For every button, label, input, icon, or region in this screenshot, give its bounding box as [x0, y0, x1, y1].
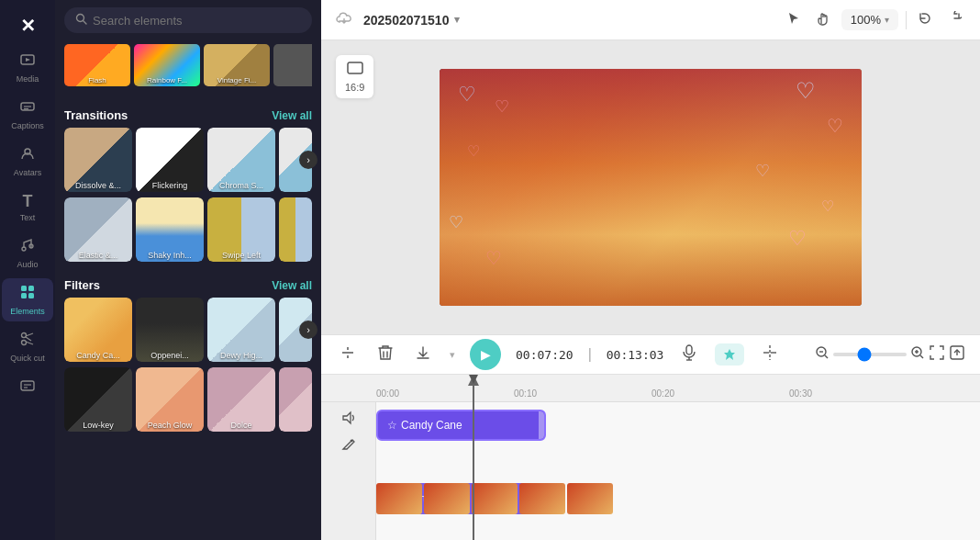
sidebar-item-text[interactable]: T Text [2, 186, 53, 228]
list-item[interactable]: Chroma S... [207, 128, 275, 192]
aspect-ratio-selector[interactable]: 16:9 [336, 55, 373, 98]
list-item[interactable]: Rainbow F... [134, 44, 200, 86]
search-wrap[interactable] [64, 7, 312, 33]
list-item[interactable] [273, 44, 312, 86]
clip-resize-handle[interactable] [539, 411, 544, 439]
undo-button[interactable] [914, 7, 936, 33]
filters-row2: Low-key Peach Glow Dolce [64, 367, 312, 432]
zoom-chevron-icon: ▾ [885, 15, 889, 25]
ruler-mark: 00:00 [376, 388, 399, 399]
media-icon [19, 51, 36, 73]
sidebar-logo[interactable]: ✕ [2, 9, 53, 42]
list-item[interactable]: Dolce [207, 367, 275, 432]
play-button[interactable]: ▶ [470, 339, 501, 370]
redo-button[interactable] [943, 7, 965, 33]
sidebar: ✕ Media Captions Avatars T Text Audio El… [0, 0, 55, 540]
zoom-out-button[interactable] [815, 345, 830, 364]
filters-view-all[interactable]: View all [272, 279, 312, 292]
ruler-mark: 00:30 [789, 388, 812, 399]
save-to-cloud-icon[interactable] [336, 10, 352, 30]
transitions-next-button[interactable]: › [299, 151, 317, 169]
svg-marker-1 [26, 58, 30, 62]
search-bar [55, 0, 321, 40]
list-item[interactable] [279, 367, 312, 432]
zoom-control[interactable]: 100% ▾ [841, 9, 898, 30]
sidebar-item-avatars[interactable]: Avatars [2, 140, 53, 183]
download-button[interactable] [411, 341, 435, 368]
svg-rect-23 [348, 62, 362, 73]
list-item[interactable]: Oppenei... [136, 298, 204, 362]
ai-enhance-button[interactable] [715, 343, 744, 366]
video-thumb [424, 483, 470, 514]
total-time: 00:13:03 [607, 348, 664, 362]
hand-tool-button[interactable] [812, 7, 834, 33]
audio-icon [19, 237, 36, 258]
svg-line-16 [26, 337, 31, 341]
main-area: 202502071510 ▾ 100% ▾ [321, 0, 980, 540]
sidebar-item-elements-label: Elements [10, 307, 45, 316]
list-item[interactable]: Low-key [64, 367, 132, 432]
current-time: 00:07:20 [516, 348, 574, 362]
svg-rect-10 [21, 293, 27, 298]
sidebar-item-subtitles[interactable] [2, 372, 53, 404]
search-input[interactable] [93, 14, 301, 28]
sidebar-item-media[interactable]: Media [2, 46, 53, 89]
scroll-area: Flash Rainbow F... Vintage Fi... Transit… [55, 40, 321, 540]
timeline-ruler: 00:00 00:10 00:20 00:30 [321, 375, 980, 402]
list-item[interactable]: Vintage Fi... [204, 44, 270, 86]
cursor-tool-button[interactable] [783, 7, 805, 33]
transitions-row2: Elastic &... Shaky Inh... Swipe Left [64, 197, 312, 262]
list-item[interactable]: Swipe Left [207, 197, 275, 262]
trim-button[interactable] [336, 341, 360, 368]
sidebar-item-quickcut[interactable]: Quick cut [2, 325, 53, 368]
list-item[interactable]: Flash [64, 44, 130, 86]
quickcut-icon [19, 331, 36, 352]
svg-rect-9 [28, 286, 34, 291]
time-separator: | [588, 346, 592, 363]
ruler-mark: 00:10 [514, 388, 537, 399]
split-button[interactable] [759, 341, 781, 368]
logo-icon: ✕ [20, 15, 36, 37]
filters-section: Filters View all Candy Ca... Oppenei... … [55, 269, 321, 439]
list-item[interactable]: Flickering [136, 128, 204, 192]
list-item[interactable]: Dissolve &... [64, 128, 132, 192]
transitions-title: Transitions [64, 108, 128, 122]
sidebar-item-audio[interactable]: Audio [2, 231, 53, 275]
project-chevron-icon: ▾ [454, 14, 460, 26]
project-name[interactable]: 202502071510 ▾ [363, 13, 460, 28]
aspect-icon [346, 61, 364, 80]
video-preview: ♡ ♡ ♡ ♡ ♡ ♡ ♡ ♡ ♡ ♡ [440, 69, 862, 306]
fit-to-screen-button[interactable] [929, 344, 945, 366]
list-item[interactable] [279, 197, 312, 262]
sidebar-item-captions[interactable]: Captions [2, 93, 53, 136]
filters-next-button[interactable]: › [299, 321, 317, 339]
list-item[interactable]: Elastic &... [64, 197, 132, 262]
zoom-slider[interactable] [833, 353, 907, 356]
svg-rect-28 [686, 345, 692, 354]
list-item[interactable]: Dewy Hig... [207, 298, 275, 362]
timeline-track-candy: ☆ Candy Cane [376, 410, 980, 441]
list-item[interactable]: Peach Glow [136, 367, 204, 432]
candy-cane-clip[interactable]: ☆ Candy Cane [376, 410, 546, 441]
delete-button[interactable] [374, 341, 396, 368]
aspect-ratio-value: 16:9 [345, 82, 364, 93]
fullscreen-button[interactable] [949, 344, 965, 366]
top-row-section: Flash Rainbow F... Vintage Fi... [55, 40, 321, 99]
transitions-view-all[interactable]: View all [272, 109, 312, 122]
list-item[interactable]: Shaky Inh... [136, 197, 204, 262]
timeline: 00:00 00:10 00:20 00:30 ☆ Candy Cane ☆ [321, 375, 980, 540]
transitions-row1: Dissolve &... Flickering Chroma S... [64, 128, 312, 192]
svg-line-15 [26, 342, 33, 344]
svg-line-21 [84, 21, 87, 25]
mic-button[interactable] [678, 341, 700, 368]
zoom-in-button[interactable] [910, 345, 925, 364]
filters-row1: Candy Ca... Oppenei... Dewy Hig... › [64, 298, 312, 362]
svg-rect-17 [21, 381, 34, 390]
sidebar-item-elements[interactable]: Elements [2, 278, 53, 321]
cupcake-background: ♡ ♡ ♡ ♡ ♡ ♡ ♡ ♡ ♡ ♡ [440, 69, 862, 306]
divider [906, 11, 907, 29]
list-item[interactable]: Candy Ca... [64, 298, 132, 362]
play-icon: ▶ [481, 347, 491, 362]
playhead[interactable] [473, 375, 474, 540]
canvas-area: 16:9 ♡ ♡ ♡ ♡ ♡ ♡ ♡ ♡ ♡ ♡ [321, 40, 980, 334]
